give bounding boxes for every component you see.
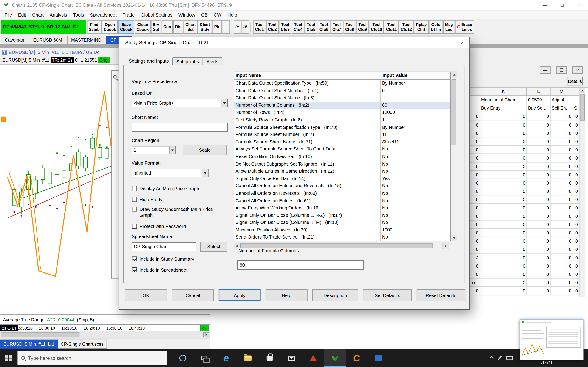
input-row[interactable]: Formula Source Sheet Number (In:7)11 xyxy=(234,131,450,139)
sheet-cell[interactable]: 0 xyxy=(480,196,527,204)
input-row[interactable]: Reset Condition On New Bar (In:10)No xyxy=(234,153,450,161)
sheet-cell[interactable]: 0 xyxy=(573,270,579,279)
sheet-cell[interactable]: 0 xyxy=(551,245,573,254)
sheet-cell[interactable]: 0.0500... xyxy=(527,96,551,104)
checkbox-include-in-spreadsheet[interactable]: Include in Spreadsheet xyxy=(132,267,187,273)
minimize-button[interactable]: — xyxy=(536,0,553,10)
sheet-cell[interactable]: 0 xyxy=(573,212,579,220)
input-row[interactable]: Chart Data Output Sheet Number (In:1)0 xyxy=(234,87,450,94)
sheet-cell[interactable]: 0 xyxy=(573,179,579,187)
sheet-cell[interactable]: 0 xyxy=(527,112,551,121)
sheet-cell[interactable]: 0 xyxy=(480,171,527,179)
start-button[interactable] xyxy=(0,349,17,367)
toolbar-con[interactable]: Con xyxy=(162,20,173,34)
toolbar-tool-cfg3[interactable]: ToolCfg3 xyxy=(279,20,291,34)
reset-defaults-button[interactable]: Reset Defaults xyxy=(417,290,465,301)
sheet-cell[interactable]: 0 xyxy=(527,254,551,262)
sheet-cell[interactable]: 0 xyxy=(573,129,579,137)
sheet-cell[interactable]: 0 xyxy=(480,154,527,162)
menu-edit[interactable]: Edit xyxy=(15,11,29,19)
taskbar-task-view-button[interactable] xyxy=(193,349,215,367)
toolbar-tool-cfg4[interactable]: ToolCfg4 xyxy=(292,20,304,34)
toolbar-tool-cfg11[interactable]: ToolCfg11 xyxy=(384,20,399,34)
checkbox-hide-study[interactable]: Hide Study xyxy=(132,197,163,203)
details-button[interactable]: Details xyxy=(567,77,583,85)
sheet-cell[interactable]: 0 xyxy=(551,112,573,121)
sheet-cell[interactable]: 0 xyxy=(480,204,527,212)
taskbar-cortana-button[interactable] xyxy=(172,349,194,367)
input-row[interactable]: Allow Entry With Working Orders (In:16)N… xyxy=(234,205,450,212)
sheet-cell[interactable]: 0 xyxy=(527,229,551,237)
toolbar-tool-cfg9[interactable]: ToolCfg9 xyxy=(356,20,369,34)
sheet-cell[interactable]: 0 xyxy=(573,220,579,229)
sheet-cell[interactable]: 0 xyxy=(551,237,573,245)
checkbox-display-as-main-price-graph[interactable]: Display As Main Price Graph xyxy=(132,186,199,192)
sheet-cell[interactable]: 0 xyxy=(551,196,573,204)
sheet-cell[interactable]: 0 xyxy=(573,204,579,212)
sheet-cell[interactable]: 0 xyxy=(551,187,573,195)
toolbar-close-cbook[interactable]: CloseCbook xyxy=(135,20,151,34)
checkbox-include-in-study-summary[interactable]: Include in Study Summary xyxy=(132,256,194,262)
toolbar-chart-set[interactable]: ChartSet xyxy=(183,20,198,34)
menu-spreadsheet[interactable]: Spreadsheet xyxy=(87,11,120,19)
chevron-up-icon[interactable] xyxy=(489,356,493,360)
scrollbar-thumb[interactable] xyxy=(1,332,79,337)
sheet-cell[interactable]: Buy Entry xyxy=(480,104,527,112)
sheet-cell[interactable]: 0 xyxy=(527,279,551,287)
chart-horizontal-scrollbar[interactable] xyxy=(0,331,210,339)
workspace-tab-mastermind[interactable]: MASTERMIND xyxy=(67,35,106,44)
sheet-cell[interactable]: 0 xyxy=(480,279,527,287)
sheet-cell[interactable]: 0 xyxy=(551,220,573,229)
sheet-cell[interactable]: 0 xyxy=(470,287,480,295)
sheet-column-header[interactable] xyxy=(573,88,579,96)
taskbar-alert-app-button[interactable] xyxy=(302,349,324,367)
sheet-cell[interactable]: 0 xyxy=(551,171,573,179)
scroll-up-button[interactable] xyxy=(580,88,585,93)
sheet-cell[interactable]: Sell En... xyxy=(551,104,573,112)
dialog-close-button[interactable]: × xyxy=(457,39,467,47)
tab-eurusd-5min[interactable]: EURUSD 5 Min #11 L:1 xyxy=(0,340,58,349)
input-row[interactable]: Cancel All Orders on Entries and Reversa… xyxy=(234,183,450,190)
sheet-cell[interactable]: 0 xyxy=(480,237,527,245)
sheet-cell[interactable]: 0 xyxy=(527,187,551,195)
taskbar-store-button[interactable] xyxy=(259,349,281,367)
input-row[interactable]: Chart Data Output Specification Type (In… xyxy=(234,80,450,87)
sheet-cell[interactable]: 0 xyxy=(480,212,527,220)
sheet-cell[interactable]: 0 xyxy=(527,220,551,229)
sheet-cell[interactable]: 0 xyxy=(573,171,579,179)
checkbox-draw-study-underneath[interactable]: Draw Study Underneath Main Price Graph xyxy=(132,206,217,219)
taskbar-blue-app-button[interactable] xyxy=(367,349,389,367)
sheet-cell[interactable]: 0 xyxy=(551,162,573,171)
sheet-cell[interactable]: 0 xyxy=(470,229,480,237)
menu-cw[interactable]: CW xyxy=(211,11,225,19)
sheet-cell[interactable]: 0 xyxy=(551,129,573,137)
toolbar-save-cbook[interactable]: SaveCbook xyxy=(118,20,134,34)
toolbar-ptr[interactable]: Ptr xyxy=(212,20,221,34)
toolbar-chart-stdy[interactable]: ChartStdy xyxy=(198,20,212,34)
sheet-column-header[interactable]: L xyxy=(527,88,551,96)
taskbar-file-explorer-button[interactable] xyxy=(237,349,259,367)
sheet-cell[interactable]: 0 xyxy=(573,187,579,195)
select-button[interactable]: Select xyxy=(200,242,227,252)
toolbar-msg-log[interactable]: MsgLog xyxy=(443,20,455,34)
sheet-cell[interactable]: 0 xyxy=(573,229,579,237)
workspace-tab-eurusd-60m[interactable]: EURUSD 60M xyxy=(29,35,66,44)
menu-trade[interactable]: Trade xyxy=(120,11,138,19)
sheet-cell[interactable]: 0 xyxy=(527,287,551,295)
sheet-cell[interactable]: S xyxy=(573,104,579,112)
input-row[interactable]: Formula Source Sheet Specification Type … xyxy=(234,124,450,131)
sheet-cell[interactable]: 0 xyxy=(470,187,480,195)
sheet-cell[interactable]: 0 xyxy=(470,154,480,162)
scroll-left-button[interactable] xyxy=(234,243,240,249)
line-tool-button[interactable]: — xyxy=(222,20,230,34)
menu-help[interactable]: Help xyxy=(225,11,240,19)
menu-cb[interactable]: CB xyxy=(198,11,211,19)
sheet-cell[interactable]: 0 xyxy=(527,137,551,146)
toolbar-goto-dttm[interactable]: GotoDtTm xyxy=(429,20,443,34)
sheet-cell[interactable]: 0 xyxy=(480,245,527,254)
keyboard-icon[interactable] xyxy=(506,356,513,360)
sheet-cell[interactable]: 4 xyxy=(470,254,480,262)
sheet-cell[interactable]: 0 xyxy=(470,212,480,220)
input-row[interactable]: Allow Multiple Entries in Same Direction… xyxy=(234,168,450,175)
spreadsheet-name-input[interactable] xyxy=(132,242,196,251)
